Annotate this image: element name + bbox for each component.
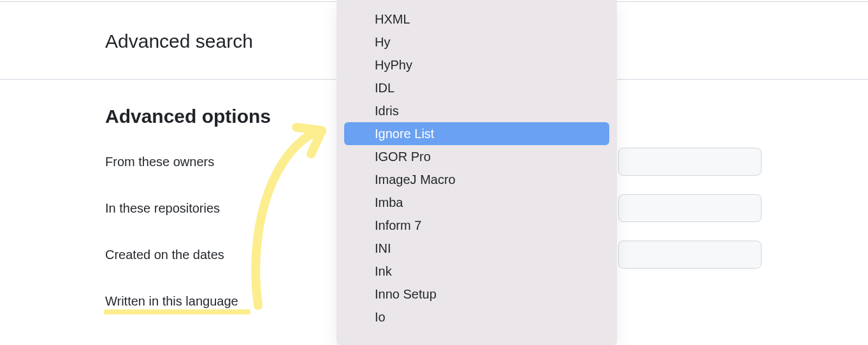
language-option[interactable]: IDL [336, 76, 617, 99]
annotation-arrow-icon [242, 115, 338, 318]
language-option[interactable]: IGOR Pro [336, 145, 617, 168]
owners-input[interactable] [618, 148, 762, 176]
language-option[interactable]: HyPhy [336, 53, 617, 76]
language-option[interactable]: Ignore List [344, 122, 609, 145]
inputs-column [618, 148, 763, 287]
language-option[interactable]: Idris [336, 99, 617, 122]
label-in-repositories: In these repositories [105, 201, 220, 216]
language-option[interactable]: Inno Setup [336, 283, 617, 306]
label-from-owners: From these owners [105, 155, 214, 169]
label-written-language: Written in this language [105, 294, 238, 309]
language-option[interactable]: HXML [336, 8, 617, 31]
language-option[interactable]: ImageJ Macro [336, 168, 617, 191]
advanced-options-heading: Advanced options [105, 106, 271, 127]
language-option[interactable]: Hy [336, 31, 617, 53]
language-option[interactable]: Imba [336, 191, 617, 214]
label-created-dates: Created on the dates [105, 248, 224, 262]
page-title: Advanced search [105, 31, 253, 52]
language-option[interactable]: INI [336, 237, 617, 260]
language-option[interactable]: Io [336, 306, 617, 328]
language-option[interactable]: Ink [336, 260, 617, 283]
language-dropdown-list[interactable]: HXMLHyHyPhyIDLIdrisIgnore ListIGOR ProIm… [336, 0, 617, 345]
language-option[interactable]: Inform 7 [336, 214, 617, 237]
repositories-input[interactable] [618, 194, 762, 222]
created-dates-input[interactable] [618, 241, 762, 269]
highlight-underline [104, 309, 250, 314]
